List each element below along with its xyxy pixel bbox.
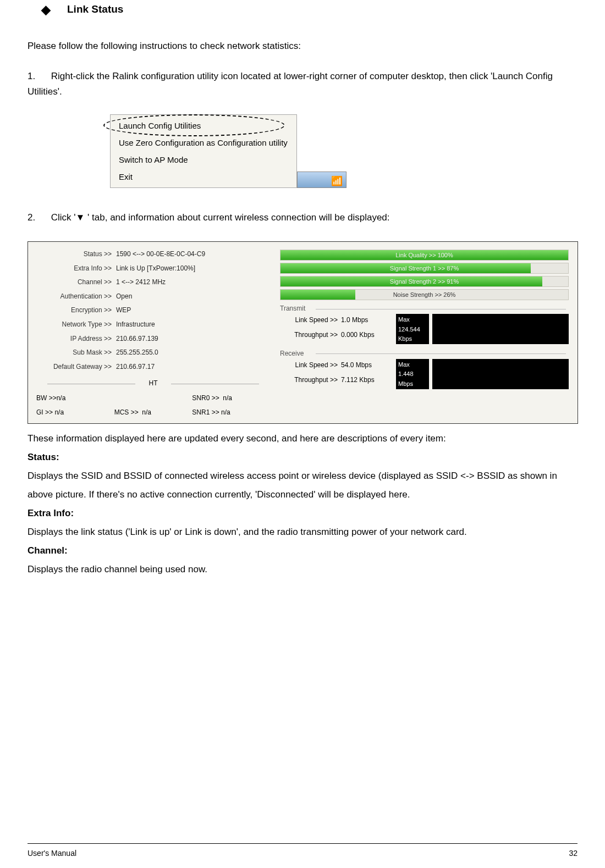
section-heading: ◆ Link Status [41,0,578,19]
kv-label: Status >> [31,248,116,261]
post-intro: These information displayed here are upd… [28,429,578,448]
field-label-status: Status: [28,448,578,467]
ht-grid: BW >>n/a SNR0 >> n/a GI >> n/a MCS >> n/… [31,393,276,417]
kv-value: Open [116,291,276,303]
heading-text: Link Status [67,1,123,18]
field-desc-status: Displays the SSID and BSSID of connected… [28,467,578,504]
kv-value: 255.255.255.0 [116,347,276,359]
field-desc-channel: Displays the radio channel being used no… [28,560,578,579]
step-2: 2. Click '▼ ' tab, and information about… [28,210,578,225]
step-number: 1. [28,69,48,84]
kv-value: WEP [116,305,276,317]
kv-label: Encryption >> [31,305,116,317]
wifi-tray-icon[interactable]: 📶 [331,174,343,189]
receive-group-label: Receive [280,349,569,359]
field-desc-extra: Displays the link status ('Link is up' o… [28,523,578,541]
diamond-bullet-icon: ◆ [41,0,51,19]
context-menu-screenshot: Launch Config Utilities Use Zero Configu… [88,114,352,188]
kv-label: Channel >> [31,277,116,289]
kv-value: 1 <--> 2412 MHz [116,277,276,289]
kv-label: Network Type >> [31,319,116,331]
menu-item-exit[interactable]: Exit [111,168,296,185]
kv-value: 210.66.97.139 [116,333,276,345]
highlight-oval-icon [103,114,285,136]
field-label-channel: Channel: [28,541,578,560]
menu-item-switch-ap[interactable]: Switch to AP Mode [111,151,296,168]
ht-separator: HT [31,378,276,389]
transmit-group-label: Transmit [280,303,569,314]
menu-item-zero-config[interactable]: Use Zero Configuration as Configuration … [111,134,296,151]
kv-label: Default Gateway >> [31,361,116,373]
status-left-column: Status >>1590 <--> 00-0E-8E-0C-04-C9 Ext… [31,247,276,418]
kv-value: 210.66.97.17 [116,361,276,373]
link-quality-bar: Link Quality >> 100% [280,250,569,261]
footer-title: User's Manual [28,847,76,859]
step-2-before: Click ' [51,212,76,223]
step-2-after: ' tab, and information about current wir… [85,212,389,223]
down-triangle-icon: ▼ [76,212,85,223]
kv-label: Authentication >> [31,291,116,303]
kv-value: Link is Up [TxPower:100%] [116,263,276,275]
step-1-text: Right-click the Ralink configuration uti… [28,71,553,96]
tx-max-box: Max 124.544 Kbps [396,314,429,344]
page-number: 32 [569,847,578,859]
field-label-extra: Extra Info: [28,504,578,523]
kv-label: IP Address >> [31,333,116,345]
kv-label: Sub Mask >> [31,347,116,359]
kv-value: 1590 <--> 00-0E-8E-0C-04-C9 [116,248,276,261]
page-footer: User's Manual 32 [28,843,578,859]
intro-text: Please follow the following instructions… [28,38,578,53]
status-right-column: Link Quality >> 100% Signal Strength 1 >… [280,247,569,418]
kv-label: Extra Info >> [31,263,116,275]
signal-2-bar: Signal Strength 2 >> 91% [280,276,569,287]
tx-graph [432,314,569,344]
system-tray: 📶 [297,172,346,188]
noise-bar: Noise Strength >> 26% [280,289,569,300]
step-1: 1. Right-click the Ralink configuration … [28,69,578,98]
kv-value: Infrastructure [116,319,276,331]
description-block: These information displayed here are upd… [28,429,578,579]
rx-max-box: Max 1.448 Mbps [396,359,429,389]
rx-graph [432,359,569,389]
link-status-panel: Status >>1590 <--> 00-0E-8E-0C-04-C9 Ext… [28,241,578,424]
step-number: 2. [28,210,48,225]
signal-1-bar: Signal Strength 1 >> 87% [280,263,569,274]
